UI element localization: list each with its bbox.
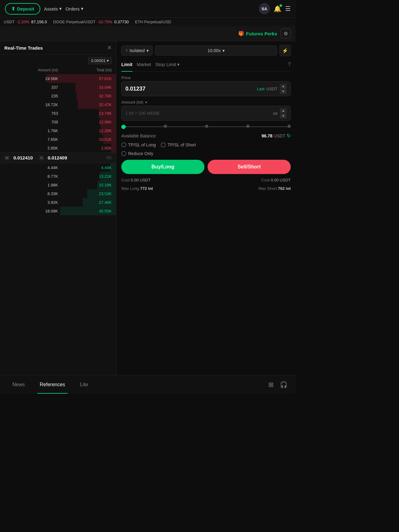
- perks-bar: 🎁 Futures Perks ⚙: [0, 26, 296, 41]
- orders-chevron-icon: ▾: [81, 6, 83, 11]
- mid-price-buy: 0.012410: [13, 155, 33, 160]
- avatar-label: SA: [262, 7, 267, 11]
- amount-increment-button[interactable]: ▲: [280, 108, 287, 113]
- slider-dot-75: [246, 125, 249, 128]
- mid-label-n: N: [39, 156, 44, 160]
- trade-amount: 1.98K: [4, 183, 58, 187]
- trades-table-header: Amount (lot) Total (lot): [0, 67, 116, 74]
- main-content: Real-Time Trades ✕ 0.00001 ▾ Amount (lot…: [0, 41, 296, 375]
- trade-amount: 1.76K: [4, 128, 58, 133]
- table-row: 2.85K 2.85K: [0, 144, 116, 152]
- amount-section: Amount (lot) ▾ 1 lot = 100 MEME lot ▲ ▼: [121, 100, 291, 121]
- trade-amount: 8.33K: [4, 191, 58, 196]
- menu-button[interactable]: ☰: [285, 5, 291, 12]
- tab-news[interactable]: News: [5, 375, 32, 394]
- tab-lite[interactable]: Lite: [73, 375, 96, 394]
- headphones-button[interactable]: 🎧: [277, 381, 291, 388]
- panel-title: Real-Time Trades: [4, 45, 43, 51]
- price-currency: USDT: [267, 87, 277, 91]
- grid-view-button[interactable]: ⊞: [265, 381, 277, 388]
- tab-references[interactable]: References: [32, 375, 73, 394]
- cost-right: Cost 0.00 USDT: [261, 178, 291, 182]
- deposit-icon: ⬆: [11, 6, 15, 12]
- panel-header: Real-Time Trades ✕: [0, 41, 116, 55]
- tp-sl-long-option[interactable]: TP/SL of Long: [121, 142, 156, 147]
- trade-amount: 18.09K: [4, 209, 58, 213]
- margin-mode-select[interactable]: ? Isolated ▾: [121, 46, 153, 56]
- avatar-button[interactable]: SA: [259, 3, 270, 14]
- amount-field[interactable]: 1 lot = 100 MEME lot ▲ ▼: [121, 106, 291, 121]
- mid-price-row: M 0.012410 N 0.012409 ⦀⦀⦀: [0, 152, 116, 163]
- amount-slider-container: [121, 124, 291, 129]
- price-decrement-button[interactable]: ▼: [280, 89, 287, 94]
- tp-icon-button[interactable]: ⚡: [280, 45, 291, 56]
- amount-decrement-button[interactable]: ▼: [280, 114, 287, 118]
- gear-icon: ⚙: [284, 31, 288, 37]
- refresh-icon[interactable]: ↻: [287, 133, 291, 139]
- tab-stop-limit[interactable]: Stop Limit ▾: [155, 62, 180, 67]
- leverage-select[interactable]: 10.00x ▾: [155, 46, 277, 56]
- trade-total: 23.53K: [58, 191, 112, 196]
- price-increment-button[interactable]: ▲: [280, 84, 287, 89]
- cost-row: Cost 0.00 USDT Cost 0.00 USDT: [121, 178, 291, 182]
- settings-button[interactable]: ⚙: [281, 29, 291, 38]
- buy-long-button[interactable]: Buy/Long: [121, 160, 204, 174]
- cost-value-left: 0.00 USDT: [131, 178, 150, 182]
- max-short-value: 762 lot: [278, 186, 291, 191]
- table-row: 18.09K 45.55K: [0, 207, 116, 215]
- assets-button[interactable]: Assets ▾: [44, 6, 62, 11]
- table-row: 709 12.99K: [0, 118, 116, 126]
- tpsl-radio-group: TP/SL of Long TP/SL of Short: [121, 142, 291, 147]
- ticker-item-3: ETH Perpetual/USD: [135, 20, 171, 24]
- slider-fill: [121, 126, 126, 127]
- deposit-button[interactable]: ⬆ Deposit: [5, 3, 40, 15]
- close-panel-button[interactable]: ✕: [107, 44, 112, 51]
- table-row: 7.65K 10.51K: [0, 135, 116, 144]
- slider-track[interactable]: [121, 126, 291, 127]
- orders-button[interactable]: Orders ▾: [65, 6, 83, 11]
- action-buttons: Buy/Long Sell/Short: [121, 160, 291, 174]
- table-row: 1.98K 15.19K: [0, 181, 116, 189]
- tp-sl-long-radio: [121, 142, 126, 147]
- help-icon: ?: [125, 48, 128, 53]
- amount-row: Amount (lot) ▾: [121, 100, 291, 105]
- decimals-select[interactable]: 0.00001 ▾: [88, 57, 112, 64]
- order-type-help-button[interactable]: ?: [288, 62, 291, 67]
- grid-icon: ⊞: [268, 381, 274, 388]
- balance-row: Available Balance 96.78 USDT ↻: [121, 133, 291, 139]
- orders-label: Orders: [65, 6, 80, 11]
- table-row: 8.33K 23.53K: [0, 189, 116, 198]
- tab-limit-label: Limit: [121, 62, 132, 67]
- ticker-name-2: DOGE Perpetual/USDT: [53, 20, 96, 24]
- left-panel: Real-Time Trades ✕ 0.00001 ▾ Amount (lot…: [0, 41, 116, 375]
- price-label: Price: [121, 75, 291, 80]
- trade-amount: 7.65K: [4, 137, 58, 142]
- decimals-value: 0.00001: [91, 58, 105, 63]
- reduce-only-option[interactable]: Reduce Only: [121, 151, 291, 156]
- tab-limit[interactable]: Limit: [121, 60, 137, 69]
- ticker-item-2: DOGE Perpetual/USDT -10.75% 0.37730: [53, 20, 129, 24]
- tp-sl-short-option[interactable]: TP/SL of Short: [161, 142, 196, 147]
- trade-amount: 2.85K: [4, 146, 58, 150]
- price-field[interactable]: 0.01237 Last USDT ▲ ▼: [121, 81, 291, 96]
- tp-icon: ⚡: [282, 48, 288, 54]
- table-row: 24.56K 57.61K: [0, 74, 116, 83]
- notification-badge: [280, 4, 282, 7]
- notifications-button[interactable]: 🔔: [274, 5, 281, 12]
- amount-unit-toggle[interactable]: ▾: [145, 100, 147, 105]
- trade-total: 45.55K: [58, 209, 112, 213]
- futures-perks-button[interactable]: 🎁 Futures Perks: [238, 31, 277, 36]
- sell-short-label: Sell/Short: [238, 164, 261, 169]
- slider-dot-100: [288, 125, 291, 128]
- slider-dot-25: [164, 125, 167, 128]
- trade-total: 13.21K: [58, 174, 112, 179]
- trade-total: 12.99K: [58, 120, 112, 124]
- ticker-bar: USDT -2.20% 87,156.0 DOGE Perpetual/USDT…: [0, 17, 296, 26]
- mid-label-m: M: [4, 156, 10, 160]
- trade-amount: 337: [4, 85, 58, 90]
- tab-references-label: References: [40, 382, 65, 387]
- sell-short-button[interactable]: Sell/Short: [208, 160, 291, 174]
- futures-perks-label: Futures Perks: [246, 31, 277, 36]
- price-value: 0.01237: [125, 86, 257, 92]
- tab-market[interactable]: Market: [137, 60, 155, 69]
